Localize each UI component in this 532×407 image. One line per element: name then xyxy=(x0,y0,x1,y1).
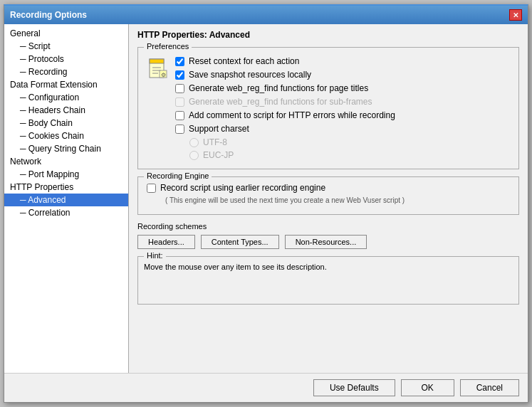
checkbox-label-save-snapshot: Save snapshot resources locally xyxy=(189,70,311,80)
record-engine-note: ( This engine will be used the next time… xyxy=(147,196,510,204)
tree-item-query-string-chain[interactable]: ─ Query String Chain xyxy=(4,142,128,155)
checkbox-save-snapshot[interactable] xyxy=(175,70,184,80)
checkbox-generate-web-reg[interactable] xyxy=(175,84,184,93)
checkbox-row-add-comment: Add comment to script for HTTP errors wh… xyxy=(175,110,510,120)
tree-item-http-properties[interactable]: HTTP Properties xyxy=(4,181,128,194)
window-title: Recording Options xyxy=(10,10,87,20)
radio-row-utf8: UTF-8 xyxy=(175,137,510,147)
checkbox-reset-context[interactable] xyxy=(175,57,184,66)
preferences-label: Preferences xyxy=(144,42,192,51)
title-bar-buttons: ✕ xyxy=(509,9,522,21)
radio-label-eucjp: EUC-JP xyxy=(203,150,234,160)
radio-eucjp[interactable] xyxy=(189,151,199,160)
checkbox-row-reset-context: Reset context for each action xyxy=(175,56,510,66)
content-types-btn[interactable]: Content Types... xyxy=(201,235,279,249)
checkbox-label-support-charset: Support charset xyxy=(189,124,249,134)
checkbox-row-support-charset: Support charset xyxy=(175,124,510,134)
checkbox-label-generate-sub-frames: Generate web_reg_find functions for sub-… xyxy=(189,97,372,107)
svg-rect-1 xyxy=(150,59,164,63)
recording-engine-label: Recording Engine xyxy=(144,171,212,180)
checkbox-support-charset[interactable] xyxy=(175,125,184,134)
tree-item-network[interactable]: Network xyxy=(4,155,128,168)
checkbox-label-add-comment: Add comment to script for HTTP errors wh… xyxy=(189,110,395,120)
content-panel: HTTP Properties: Advanced Preferences ⚙ xyxy=(129,24,528,373)
document-icon: ⚙ xyxy=(147,58,169,80)
radio-row-eucjp: EUC-JP xyxy=(175,150,510,160)
scheme-buttons-row: Headers...Content Types...Non-Resources.… xyxy=(137,235,519,249)
checkbox-row-generate-web-reg: Generate web_reg_find functions for page… xyxy=(175,83,510,93)
checkbox-record-script[interactable] xyxy=(147,184,156,193)
tree-item-advanced[interactable]: ─ Advanced xyxy=(4,194,128,206)
preferences-group: Preferences ⚙ Reset context for ea xyxy=(137,47,519,169)
checkbox-label-generate-web-reg: Generate web_reg_find functions for page… xyxy=(189,83,368,93)
tree-item-recording[interactable]: ─ Recording xyxy=(4,65,128,78)
hint-label: Hint: xyxy=(144,251,166,260)
tree-item-correlation[interactable]: ─ Correlation xyxy=(4,206,128,219)
tree-item-configuration[interactable]: ─ Configuration xyxy=(4,91,128,104)
hint-box: Hint: Move the mouse over any item to se… xyxy=(137,256,519,305)
checkbox-add-comment[interactable] xyxy=(175,111,184,120)
tree-item-body-chain[interactable]: ─ Body Chain xyxy=(4,117,128,130)
radio-label-utf8: UTF-8 xyxy=(203,137,227,147)
tree-panel: General─ Script─ Protocols─ RecordingDat… xyxy=(4,24,129,373)
recording-options-window: Recording Options ✕ General─ Script─ Pro… xyxy=(4,4,528,403)
title-bar: Recording Options ✕ xyxy=(4,6,528,24)
non-resources-btn[interactable]: Non-Resources... xyxy=(285,235,367,249)
recording-engine-group: Recording Engine Record script using ear… xyxy=(137,176,519,215)
tree-item-cookies-chain[interactable]: ─ Cookies Chain xyxy=(4,130,128,142)
checkboxes-col: Reset context for each actionSave snapsh… xyxy=(175,56,510,163)
checkbox-row-generate-sub-frames: Generate web_reg_find functions for sub-… xyxy=(175,97,510,107)
cancel-btn[interactable]: Cancel xyxy=(460,379,519,396)
tree-item-script[interactable]: ─ Script xyxy=(4,40,128,53)
tree-item-general[interactable]: General xyxy=(4,27,128,40)
checkbox-row-save-snapshot: Save snapshot resources locally xyxy=(175,70,510,80)
window-content: General─ Script─ Protocols─ RecordingDat… xyxy=(4,24,528,373)
page-title: HTTP Properties: Advanced xyxy=(137,30,519,41)
checkbox-label-reset-context: Reset context for each action xyxy=(189,56,299,66)
bottom-bar: Use DefaultsOKCancel xyxy=(4,373,528,402)
tree-item-headers-chain[interactable]: ─ Headers Chain xyxy=(4,104,128,117)
close-button[interactable]: ✕ xyxy=(509,9,522,21)
icon-area: ⚙ Reset context for each actionSave snap… xyxy=(147,56,510,163)
checkbox-generate-sub-frames[interactable] xyxy=(175,97,184,107)
tree-item-data-format[interactable]: Data Format Extension xyxy=(4,78,128,91)
recording-schemes-section: Recording schemes Headers...Content Type… xyxy=(137,222,519,249)
checkbox-row-record-script: Record script using earlier recording en… xyxy=(147,183,510,193)
svg-text:⚙: ⚙ xyxy=(161,72,166,78)
tree-item-protocols[interactable]: ─ Protocols xyxy=(4,53,128,65)
record-engine-container: Record script using earlier recording en… xyxy=(147,183,510,193)
hint-text: Move the mouse over any item to see its … xyxy=(144,263,513,298)
checkbox-label-record-script: Record script using earlier recording en… xyxy=(160,183,325,193)
tree-item-port-mapping[interactable]: ─ Port Mapping xyxy=(4,168,128,181)
use-defaults-btn[interactable]: Use Defaults xyxy=(313,379,395,396)
recording-schemes-label: Recording schemes xyxy=(137,222,519,231)
radio-utf8[interactable] xyxy=(189,138,199,147)
ok-btn[interactable]: OK xyxy=(401,379,454,396)
headers-btn[interactable]: Headers... xyxy=(137,235,195,249)
